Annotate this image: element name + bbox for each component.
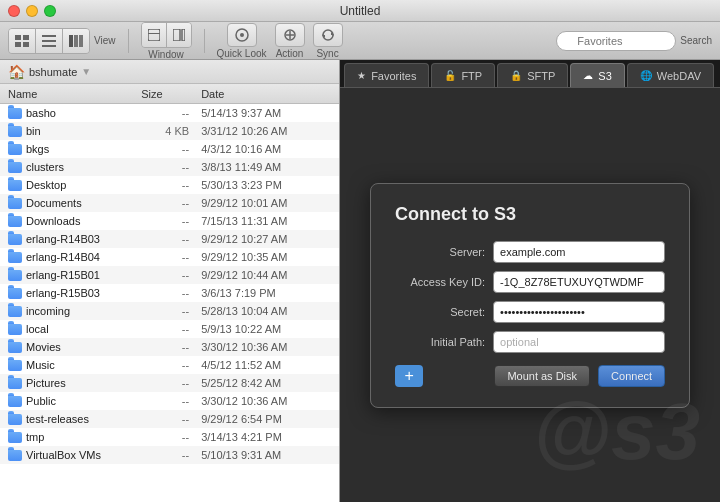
webdav-tab-label: WebDAV	[657, 70, 701, 82]
file-name: basho	[8, 107, 141, 119]
action-group: Action	[275, 23, 305, 59]
list-view-btn[interactable]	[36, 29, 63, 53]
add-button[interactable]: +	[395, 365, 423, 387]
folder-icon	[8, 144, 22, 155]
list-item[interactable]: basho -- 5/14/13 9:37 AM	[0, 104, 339, 122]
svg-rect-4	[42, 35, 56, 37]
access-key-row: Access Key ID:	[395, 271, 665, 293]
date-col-header: Date	[201, 88, 331, 100]
list-item[interactable]: Documents -- 9/29/12 10:01 AM	[0, 194, 339, 212]
secret-input[interactable]	[493, 301, 665, 323]
file-size: --	[141, 431, 201, 443]
svg-rect-12	[173, 29, 180, 41]
mount-disk-button[interactable]: Mount as Disk	[494, 365, 590, 387]
action-label: Action	[276, 48, 304, 59]
file-name: erlang-R14B03	[8, 233, 141, 245]
column-view-btn[interactable]	[63, 29, 89, 53]
close-button[interactable]	[8, 5, 20, 17]
action-btn[interactable]	[275, 23, 305, 47]
tab-webdav[interactable]: 🌐 WebDAV	[627, 63, 714, 87]
file-date: 4/5/12 11:52 AM	[201, 359, 331, 371]
window-btn-1[interactable]	[142, 23, 167, 47]
tab-s3[interactable]: ☁ S3	[570, 63, 624, 87]
breadcrumb-arrow: ▼	[81, 66, 91, 77]
window-title: Untitled	[340, 4, 381, 18]
folder-icon	[8, 180, 22, 191]
toolbar-sep-1	[128, 29, 129, 53]
window-label: Window	[148, 49, 184, 60]
file-date: 5/28/13 10:04 AM	[201, 305, 331, 317]
file-size: --	[141, 323, 201, 335]
breadcrumb: bshumate	[29, 66, 77, 78]
file-date: 9/29/12 10:44 AM	[201, 269, 331, 281]
search-label: Search	[680, 35, 712, 46]
list-item[interactable]: erlang-R14B04 -- 9/29/12 10:35 AM	[0, 248, 339, 266]
dialog-footer: + Mount as Disk Connect	[395, 365, 665, 387]
file-name: bin	[8, 125, 141, 137]
tab-sftp[interactable]: 🔒 SFTP	[497, 63, 568, 87]
file-size: --	[141, 179, 201, 191]
folder-icon	[8, 162, 22, 173]
file-name: Downloads	[8, 215, 141, 227]
maximize-button[interactable]	[44, 5, 56, 17]
list-item[interactable]: Downloads -- 7/15/13 11:31 AM	[0, 212, 339, 230]
list-item[interactable]: Public -- 3/30/12 10:36 AM	[0, 392, 339, 410]
sync-btn[interactable]	[313, 23, 343, 47]
window-btn-2[interactable]	[167, 23, 191, 47]
file-list[interactable]: basho -- 5/14/13 9:37 AM bin 4 KB 3/31/1…	[0, 104, 339, 502]
view-icon-group[interactable]	[8, 28, 90, 54]
file-name-text: Public	[26, 395, 56, 407]
connect-button[interactable]: Connect	[598, 365, 665, 387]
list-item[interactable]: erlang-R15B01 -- 9/29/12 10:44 AM	[0, 266, 339, 284]
access-key-label: Access Key ID:	[395, 276, 485, 288]
list-item[interactable]: Pictures -- 5/25/12 8:42 AM	[0, 374, 339, 392]
list-item[interactable]: clusters -- 3/8/13 11:49 AM	[0, 158, 339, 176]
file-name-text: Downloads	[26, 215, 80, 227]
list-item[interactable]: erlang-R15B03 -- 3/6/13 7:19 PM	[0, 284, 339, 302]
tab-ftp[interactable]: 🔓 FTP	[431, 63, 495, 87]
secret-row: Secret:	[395, 301, 665, 323]
search-input[interactable]	[556, 31, 676, 51]
tab-favorites[interactable]: ★ Favorites	[344, 63, 429, 87]
minimize-button[interactable]	[26, 5, 38, 17]
traffic-lights	[8, 5, 56, 17]
svg-rect-1	[23, 35, 29, 40]
file-date: 5/9/13 10:22 AM	[201, 323, 331, 335]
folder-icon	[8, 198, 22, 209]
list-item[interactable]: Music -- 4/5/12 11:52 AM	[0, 356, 339, 374]
main-layout: 🏠 bshumate ▼ Name Size Date basho -- 5/1…	[0, 60, 720, 502]
grid-view-btn[interactable]	[9, 29, 36, 53]
s3-tab-icon: ☁	[583, 70, 593, 81]
list-item[interactable]: bkgs -- 4/3/12 10:16 AM	[0, 140, 339, 158]
folder-icon	[8, 450, 22, 461]
file-date: 3/6/13 7:19 PM	[201, 287, 331, 299]
secret-label: Secret:	[395, 306, 485, 318]
file-name-text: test-releases	[26, 413, 89, 425]
quick-look-btn[interactable]	[227, 23, 257, 47]
list-item[interactable]: VirtualBox VMs -- 5/10/13 9:31 AM	[0, 446, 339, 464]
s3-watermark: @s3	[533, 392, 700, 472]
file-size: --	[141, 341, 201, 353]
initial-path-input[interactable]	[493, 331, 665, 353]
list-item[interactable]: incoming -- 5/28/13 10:04 AM	[0, 302, 339, 320]
list-item[interactable]: test-releases -- 9/29/12 6:54 PM	[0, 410, 339, 428]
list-item[interactable]: Movies -- 3/30/12 10:36 AM	[0, 338, 339, 356]
access-key-input[interactable]	[493, 271, 665, 293]
svg-rect-6	[42, 45, 56, 47]
list-item[interactable]: Desktop -- 5/30/13 3:23 PM	[0, 176, 339, 194]
name-col-header: Name	[8, 88, 141, 100]
server-input[interactable]	[493, 241, 665, 263]
list-item[interactable]: erlang-R14B03 -- 9/29/12 10:27 AM	[0, 230, 339, 248]
file-name-text: local	[26, 323, 49, 335]
list-item[interactable]: tmp -- 3/14/13 4:21 PM	[0, 428, 339, 446]
svg-rect-13	[182, 29, 185, 41]
sftp-tab-label: SFTP	[527, 70, 555, 82]
window-icon-group[interactable]	[141, 22, 192, 48]
toolbar: View Window Quick Look Action Sync	[0, 22, 720, 60]
file-name-text: erlang-R15B01	[26, 269, 100, 281]
file-name: local	[8, 323, 141, 335]
toolbar-sep-2	[204, 29, 205, 53]
list-item[interactable]: local -- 5/9/13 10:22 AM	[0, 320, 339, 338]
list-item[interactable]: bin 4 KB 3/31/12 10:26 AM	[0, 122, 339, 140]
file-size: --	[141, 395, 201, 407]
